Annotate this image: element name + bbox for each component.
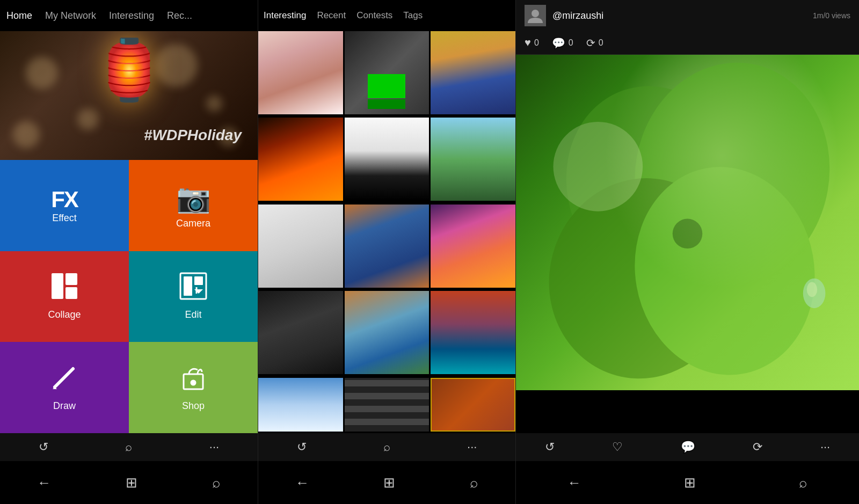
panel-home: Home My Network Interesting Rec... 🏮 #WD… [0,0,258,504]
fx-icon: FX [51,187,78,213]
comments-count: 0 [569,38,573,48]
search-icon-2[interactable]: ⌕ [383,440,390,454]
hero-text: #WDPHoliday [144,127,242,144]
back-icon-1[interactable]: ← [37,474,51,491]
photo-item-5[interactable] [345,118,430,201]
svg-point-11 [532,10,539,17]
svg-line-7 [55,369,73,387]
svg-point-10 [191,381,195,385]
svg-rect-0 [52,273,63,299]
share-icon-3[interactable]: ⟳ [753,440,762,454]
photo-item-8[interactable] [345,204,430,288]
photo-item-14[interactable] [345,378,430,432]
tile-shop-label: Shop [182,400,205,412]
photo-item-7[interactable] [258,204,343,288]
nav-item-contests-2[interactable]: Contests [356,10,392,21]
photo-item-15[interactable] [431,378,515,432]
action-bar-2: ↺ ⌕ ··· [258,433,515,461]
refresh-icon-3[interactable]: ↺ [545,440,555,454]
tile-draw-label: Draw [53,400,76,412]
refresh-icon-1[interactable]: ↺ [39,440,48,454]
nav-item-interesting-2[interactable]: Interesting [264,10,306,21]
more-icon-3[interactable]: ··· [820,440,830,454]
draw-icon [50,363,78,397]
tile-effect-label: Effect [52,213,77,224]
stat-comments: 💬 0 [552,36,573,49]
photo-item-10[interactable] [258,291,343,374]
user-header: @mirzaushi 1m/0 views [516,0,859,31]
tile-effect[interactable]: FX Effect [0,160,129,251]
photo-item-3[interactable] [431,31,515,114]
avatar [525,5,546,26]
nav-item-interesting[interactable]: Interesting [109,10,154,21]
username: @mirzaushi [552,10,813,21]
nav-item-home[interactable]: Home [6,10,32,21]
hero-banner: 🏮 #WDPHoliday [0,31,258,160]
view-count: 1m/0 views [813,11,850,20]
action-bar-1: ↺ ⌕ ··· [0,433,258,461]
nav-item-tags-2[interactable]: Tags [403,10,423,21]
windows-icon-2[interactable]: ⊞ [383,474,395,491]
search-nav-icon-2[interactable]: ⌕ [470,474,478,491]
panel-interesting: Interesting Recent Contests Tags [258,0,515,504]
nav-bottom-1: ← ⊞ ⌕ [0,461,258,504]
more-icon-1[interactable]: ··· [209,440,219,454]
stat-reposts: ⟳ 0 [586,36,603,49]
photo-grid [258,31,515,433]
nav-bar-1: Home My Network Interesting Rec... [0,0,258,31]
svg-point-16 [673,219,703,249]
stat-likes: ♥ 0 [525,36,539,49]
nav-item-mynetwork[interactable]: My Network [45,10,96,21]
tile-draw[interactable]: Draw [0,342,129,433]
photo-item-6[interactable] [431,118,515,201]
svg-point-19 [807,282,817,297]
comment-icon-3[interactable]: 💬 [681,440,695,454]
heart-icon: ♥ [525,36,531,49]
svg-rect-4 [184,276,192,296]
tile-collage[interactable]: Collage [0,251,129,342]
svg-rect-2 [65,287,77,299]
nav-bottom-3: ← ⊞ ⌕ [516,461,859,504]
photo-item-13[interactable] [258,378,343,432]
photo-item-11[interactable] [345,291,430,374]
collage-icon [50,272,78,306]
like-icon-3[interactable]: ♡ [612,440,623,454]
nav-item-recent-2[interactable]: Recent [317,10,346,21]
search-nav-icon-1[interactable]: ⌕ [212,474,221,491]
tile-shop[interactable]: Shop [129,342,258,433]
search-icon-1[interactable]: ⌕ [125,440,132,454]
svg-point-17 [554,122,643,211]
edit-icon [179,272,207,306]
svg-rect-5 [194,276,203,285]
black-space [516,390,859,433]
photo-item-4[interactable] [258,118,343,201]
more-icon-2[interactable]: ··· [467,440,477,454]
back-icon-2[interactable]: ← [295,474,309,491]
photo-item-1[interactable] [258,31,343,114]
reposts-count: 0 [599,38,603,48]
repost-icon: ⟳ [586,36,595,49]
refresh-icon-2[interactable]: ↺ [297,440,307,454]
tile-camera[interactable]: 📷 Camera [129,160,258,251]
tile-camera-label: Camera [176,218,210,229]
photo-item-12[interactable] [431,291,515,374]
svg-rect-1 [65,273,77,285]
panel-photo-detail: @mirzaushi 1m/0 views ♥ 0 💬 0 ⟳ 0 [515,0,859,504]
tiles-grid: FX Effect 📷 Camera Collage [0,160,258,433]
likes-count: 0 [534,38,539,48]
photo-item-2[interactable] [345,31,430,114]
windows-icon-1[interactable]: ⊞ [126,474,137,491]
nav-item-recent[interactable]: Rec... [167,10,192,21]
action-bar-3: ↺ ♡ 💬 ⟳ ··· [516,433,859,461]
shop-icon [179,363,207,397]
photo-item-9[interactable] [431,204,515,288]
tile-edit[interactable]: Edit [129,251,258,342]
main-photo[interactable] [516,55,859,390]
search-nav-icon-3[interactable]: ⌕ [799,474,807,491]
camera-icon: 📷 [176,182,211,215]
windows-icon-3[interactable]: ⊞ [684,474,696,491]
back-icon-3[interactable]: ← [567,474,581,491]
tile-collage-label: Collage [48,309,81,320]
nav-bar-2: Interesting Recent Contests Tags [258,0,515,31]
tile-edit-label: Edit [185,309,201,320]
